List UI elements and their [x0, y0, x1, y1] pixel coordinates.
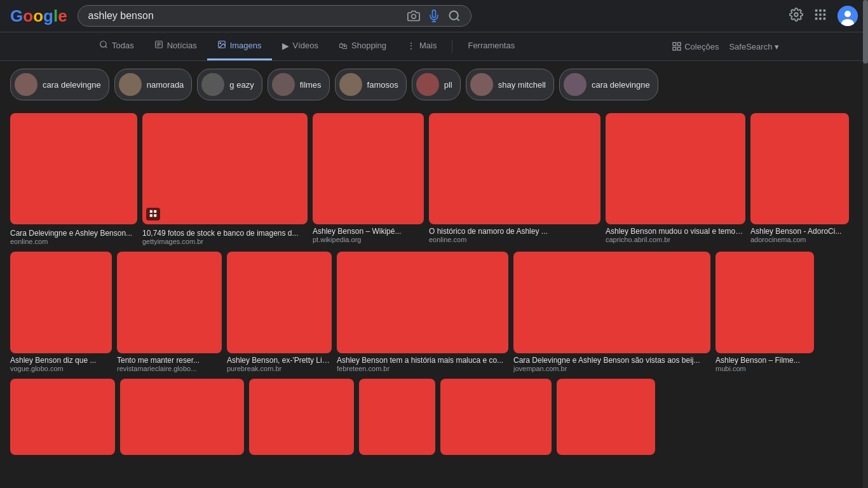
image-thumb-7	[10, 252, 112, 353]
image-info-7: Ashley Benson diz que ... vogue.globo.co…	[10, 353, 112, 374]
image-card-11[interactable]: Cara Delevingne e Ashley Benson são vist…	[513, 252, 710, 374]
image-card-1[interactable]: Cara Delevingne e Ashley Benson... eonli…	[10, 113, 137, 247]
svg-rect-33	[154, 214, 156, 217]
image-card-15[interactable]	[249, 379, 354, 455]
chip-g-eazy[interactable]: g eazy	[197, 69, 262, 100]
svg-point-16	[844, 11, 851, 17]
tab-ferramentas-label: Ferramentas	[468, 41, 515, 50]
svg-point-25	[220, 43, 221, 44]
image-thumb-16	[359, 379, 435, 455]
svg-rect-29	[673, 47, 676, 50]
image-source-5: capricho.abril.com.br	[606, 236, 745, 243]
image-source-10: febreteen.com.br	[337, 365, 508, 372]
tab-shopping-label: Shopping	[351, 41, 386, 50]
search-nav-icon	[99, 40, 108, 51]
chip-thumb-cara-delevingne-2	[564, 73, 587, 96]
chip-pll[interactable]: pll	[412, 69, 461, 100]
nav-tabs: Todas Notícias Imagens ▶ Vídeos 🛍 Shoppi…	[0, 32, 868, 61]
image-source-12: mubi.com	[715, 365, 814, 372]
chip-label-g-eazy: g eazy	[229, 80, 254, 90]
safesearch-button[interactable]: SafeSearch ▾	[729, 42, 779, 51]
settings-icon[interactable]	[789, 8, 803, 25]
apps-icon[interactable]	[813, 8, 827, 25]
svg-rect-6	[815, 9, 818, 11]
svg-rect-28	[678, 47, 681, 50]
google-logo[interactable]: Google	[10, 6, 67, 26]
tab-mais[interactable]: ⋮ Mais	[397, 33, 447, 60]
image-info-1: Cara Delevingne e Ashley Benson... eonli…	[10, 226, 137, 247]
image-card-5[interactable]: Ashley Benson mudou o visual e temos ...…	[606, 113, 745, 247]
search-bar	[78, 5, 471, 27]
image-source-8: revistamarieclaire.globo...	[117, 365, 222, 372]
image-card-14[interactable]	[120, 379, 244, 455]
image-row-1: Cara Delevingne e Ashley Benson... eonli…	[10, 113, 858, 247]
image-row-2: Ashley Benson diz que ... vogue.globo.co…	[10, 252, 858, 374]
image-row-3	[10, 379, 858, 455]
noticias-nav-icon	[154, 40, 163, 51]
chip-shay-mitchell[interactable]: shay mitchell	[466, 69, 554, 100]
svg-line-4	[456, 18, 459, 21]
chip-label-filmes: filmes	[300, 80, 322, 90]
chip-filmes[interactable]: filmes	[268, 69, 330, 100]
svg-rect-26	[673, 43, 676, 46]
image-card-7[interactable]: Ashley Benson diz que ... vogue.globo.co…	[10, 252, 112, 374]
image-card-9[interactable]: Ashley Benson, ex-'Pretty Littl... pureb…	[227, 252, 332, 374]
tab-noticias[interactable]: Notícias	[144, 32, 207, 60]
image-source-9: purebreak.com.br	[227, 365, 332, 372]
image-source-11: jovempan.com.br	[513, 365, 710, 372]
tab-todas[interactable]: Todas	[89, 32, 144, 60]
image-card-12[interactable]: Ashley Benson – Filme... mubi.com	[715, 252, 814, 374]
avatar[interactable]	[837, 6, 858, 26]
chip-thumb-namorada	[119, 73, 142, 96]
svg-rect-9	[815, 13, 818, 16]
image-source-1: eonline.com	[10, 238, 137, 245]
tab-shopping[interactable]: 🛍 Shopping	[329, 33, 397, 60]
chip-thumb-famosos	[339, 73, 362, 96]
image-card-4[interactable]: O histórico de namoro de Ashley ... eonl…	[429, 113, 600, 247]
image-card-16[interactable]	[359, 379, 435, 455]
svg-rect-11	[824, 13, 826, 16]
safesearch-chevron: ▾	[775, 42, 779, 51]
image-card-8[interactable]: Tento me manter reser... revistamariecla…	[117, 252, 222, 374]
tab-imagens-label: Imagens	[230, 41, 262, 50]
image-thumb-10	[337, 252, 508, 353]
image-card-10[interactable]: Ashley Benson tem a história mais maluca…	[337, 252, 508, 374]
divider	[452, 40, 452, 53]
chip-namorada[interactable]: namorada	[114, 69, 193, 100]
image-info-9: Ashley Benson, ex-'Pretty Littl... pureb…	[227, 353, 332, 374]
image-info-3: Ashley Benson – Wikipé... pt.wikipedia.o…	[313, 224, 424, 245]
tab-videos[interactable]: ▶ Vídeos	[272, 33, 329, 60]
image-info-12: Ashley Benson – Filme... mubi.com	[715, 353, 814, 374]
image-card-17[interactable]	[440, 379, 552, 455]
image-card-6[interactable]: Ashley Benson - AdoroCi... adorocinema.c…	[750, 113, 849, 247]
tab-ferramentas[interactable]: Ferramentas	[458, 33, 525, 60]
image-card-13[interactable]	[10, 379, 115, 455]
image-card-2[interactable]: 10,749 fotos de stock e banco de imagens…	[142, 113, 308, 247]
shopping-nav-icon: 🛍	[339, 41, 348, 51]
image-thumb-2	[142, 113, 308, 224]
chip-cara-delevingne-2[interactable]: cara delevingne	[559, 69, 658, 100]
colecoes-button[interactable]: Coleções	[672, 41, 719, 51]
search-input[interactable]	[88, 10, 402, 22]
chip-cara-delevingne[interactable]: cara delevingne	[10, 69, 109, 100]
chip-label-pll: pll	[444, 80, 452, 90]
image-source-6: adorocinema.com	[750, 236, 849, 243]
image-card-3[interactable]: Ashley Benson – Wikipé... pt.wikipedia.o…	[313, 113, 424, 247]
nav-right: Coleções SafeSearch ▾	[672, 41, 779, 51]
svg-rect-31	[154, 210, 156, 213]
image-source-3: pt.wikipedia.org	[313, 236, 424, 243]
scrollbar-thumb[interactable]	[863, 0, 868, 64]
header: Google	[0, 0, 868, 32]
search-button[interactable]	[448, 10, 461, 22]
image-title-1: Cara Delevingne e Ashley Benson...	[10, 229, 137, 238]
image-card-18[interactable]	[557, 379, 655, 455]
image-info-8: Tento me manter reser... revistamariecla…	[117, 353, 222, 374]
chip-famosos[interactable]: famosos	[335, 69, 407, 100]
image-thumb-18	[557, 379, 655, 455]
camera-icon[interactable]	[407, 10, 420, 22]
image-title-3: Ashley Benson – Wikipé...	[313, 227, 424, 236]
tab-imagens[interactable]: Imagens	[207, 32, 272, 60]
chip-label-cara-delevingne: cara delevingne	[43, 80, 101, 90]
image-info-6: Ashley Benson - AdoroCi... adorocinema.c…	[750, 224, 849, 245]
mic-icon[interactable]	[428, 10, 440, 22]
